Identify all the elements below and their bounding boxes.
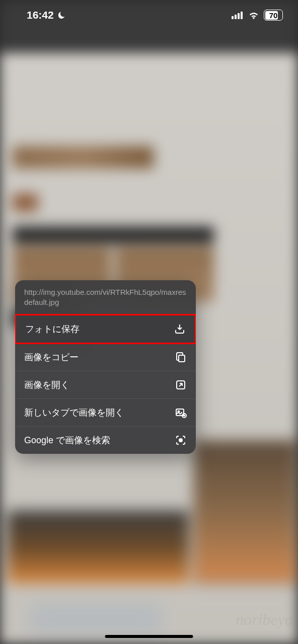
download-icon <box>174 323 186 335</box>
menu-item-google-search[interactable]: Google で画像を検索 <box>15 427 196 454</box>
status-time-group: 16:42 <box>15 9 66 21</box>
copy-icon <box>175 351 187 363</box>
menu-item-label: 画像を開く <box>24 379 69 391</box>
lens-search-icon <box>175 434 187 446</box>
svg-point-9 <box>179 439 182 442</box>
wifi-icon <box>248 11 260 20</box>
svg-rect-3 <box>241 12 243 19</box>
svg-rect-1 <box>235 15 237 19</box>
context-menu-url: http://img.youtube.com/vi/RTRkFhL5qpo/ma… <box>15 280 196 314</box>
menu-item-open-image[interactable]: 画像を開く <box>15 371 196 399</box>
do-not-disturb-icon <box>56 10 66 20</box>
home-indicator[interactable] <box>105 635 193 638</box>
menu-item-copy-image[interactable]: 画像をコピー <box>15 344 196 371</box>
menu-item-label: Google で画像を検索 <box>24 434 110 446</box>
cellular-signal-icon <box>232 11 244 20</box>
battery-percent: 70 <box>269 11 278 20</box>
menu-item-label: 画像をコピー <box>24 351 79 363</box>
menu-item-label: 新しいタブで画像を開く <box>24 407 124 419</box>
new-tab-image-icon <box>175 407 187 419</box>
svg-rect-0 <box>232 16 234 19</box>
status-bar: 16:42 70 <box>0 0 298 30</box>
status-time: 16:42 <box>27 9 54 21</box>
open-icon <box>175 379 187 391</box>
svg-rect-2 <box>238 13 240 19</box>
menu-item-label: フォトに保存 <box>25 323 80 335</box>
battery-indicator: 70 <box>264 10 283 21</box>
context-menu: http://img.youtube.com/vi/RTRkFhL5qpo/ma… <box>15 280 196 454</box>
status-right-group: 70 <box>232 10 283 21</box>
menu-item-save-to-photos[interactable]: フォトに保存 <box>15 314 196 344</box>
svg-rect-4 <box>179 355 185 362</box>
menu-item-open-in-new-tab[interactable]: 新しいタブで画像を開く <box>15 399 196 427</box>
watermark: noribeya <box>236 610 293 629</box>
